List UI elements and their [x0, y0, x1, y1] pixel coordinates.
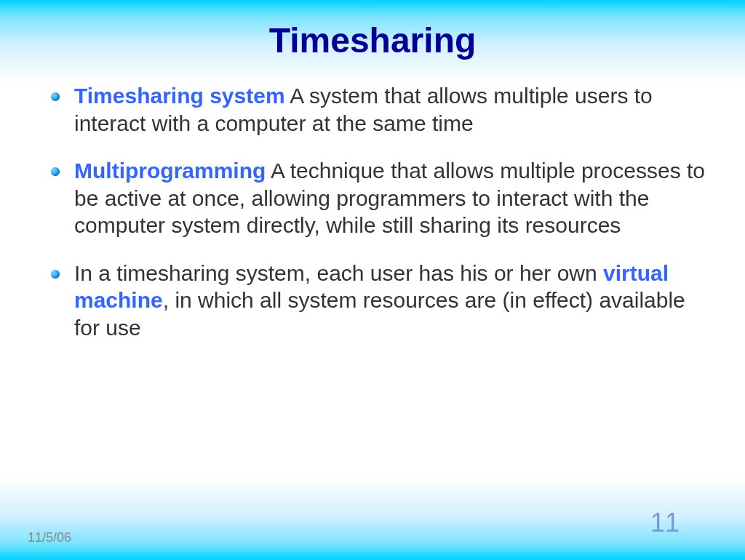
bullet-item: In a timesharing system, each user has h… [51, 260, 709, 342]
slide-content: Timesharing system A system that allows … [0, 82, 745, 341]
suffix-text: , in which all system resources are (in … [74, 288, 685, 340]
slide-title: Timesharing [0, 0, 745, 82]
bullet-text: In a timesharing system, each user has h… [74, 260, 709, 342]
prefix-text: In a timesharing system, each user has h… [74, 261, 603, 285]
bullet-item: Multiprogramming A technique that allows… [51, 157, 709, 239]
bullet-icon [51, 92, 60, 101]
term-multiprogramming: Multiprogramming [74, 159, 266, 183]
footer-date: 11/5/06 [28, 530, 71, 545]
bullet-text: Multiprogramming A technique that allows… [74, 157, 709, 239]
page-number: 11 [650, 508, 680, 538]
bullet-text: Timesharing system A system that allows … [74, 82, 709, 137]
bullet-icon [51, 270, 60, 279]
bullet-icon [51, 167, 60, 176]
term-timesharing: Timesharing system [74, 84, 285, 108]
bullet-item: Timesharing system A system that allows … [51, 82, 709, 137]
